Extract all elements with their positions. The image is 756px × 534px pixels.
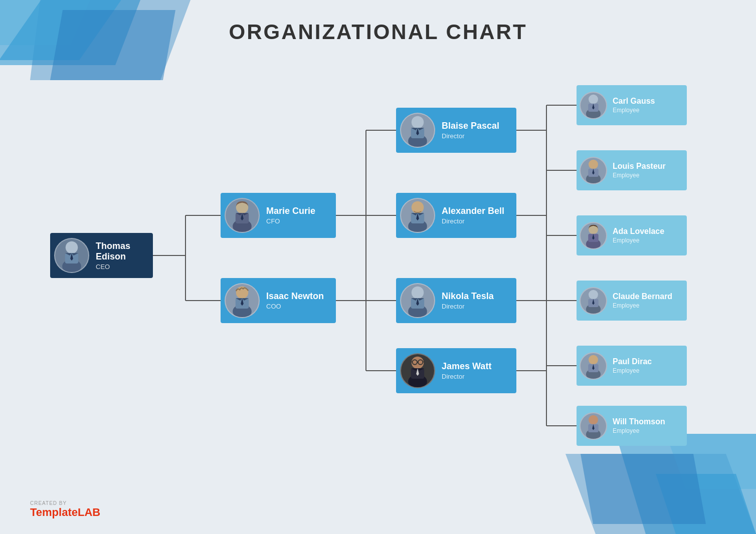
watermark-brand: TemplateLAB: [30, 506, 100, 519]
svg-point-52: [412, 201, 424, 214]
vp-newton-role: COO: [266, 303, 324, 310]
director-pascal-node: Blaise Pascal Director: [396, 108, 516, 153]
vp-newton-avatar-icon: [226, 284, 259, 317]
director-watt-name: James Watt: [442, 361, 491, 372]
employee-bernard-name: Claude Bernard: [613, 292, 672, 301]
employee-thomson-node: Will Thomson Employee: [577, 406, 687, 446]
employee-thomson-avatar-icon: [581, 413, 606, 439]
employee-thomson-role: Employee: [613, 427, 665, 434]
director-bell-role: Director: [442, 217, 504, 225]
employee-gauss-role: Employee: [613, 107, 655, 114]
director-watt-avatar-icon: [401, 354, 434, 387]
employee-pasteur-node: Louis Pasteur Employee: [577, 150, 687, 190]
org-chart: Thomas Edison CEO Marie Curie: [25, 60, 741, 484]
employee-lovelace-node: Ada Lovelace Employee: [577, 215, 687, 255]
director-watt-role: Director: [442, 373, 491, 380]
vp-newton-node: Isaac Newton COO: [221, 278, 336, 323]
employee-gauss-node: Carl Gauss Employee: [577, 85, 687, 125]
director-bell-name: Alexander Bell: [442, 206, 504, 216]
director-bell-node: Alexander Bell Director: [396, 193, 516, 238]
director-tesla-role: Director: [442, 303, 494, 310]
watermark-brand-part2: LAB: [78, 506, 100, 518]
director-bell-avatar-icon: [401, 199, 434, 232]
employee-dirac-avatar-icon: [581, 353, 606, 379]
svg-point-75: [589, 94, 598, 104]
ceo-avatar-icon: [55, 239, 88, 272]
svg-point-95: [589, 415, 598, 424]
employee-bernard-node: Claude Bernard Employee: [577, 281, 687, 321]
employee-dirac-role: Employee: [613, 367, 652, 374]
vp-newton-name: Isaac Newton: [266, 291, 324, 302]
svg-point-91: [589, 355, 598, 364]
watermark: CREATED BY TemplateLAB: [30, 500, 100, 519]
director-tesla-name: Nikola Tesla: [442, 291, 494, 302]
svg-point-79: [589, 159, 598, 169]
employee-pasteur-role: Employee: [613, 172, 666, 179]
vp-curie-avatar-icon: [226, 199, 259, 232]
employee-lovelace-role: Employee: [613, 237, 664, 244]
employee-bernard-role: Employee: [613, 302, 672, 309]
employee-lovelace-avatar-icon: [581, 223, 606, 248]
employee-pasteur-avatar-icon: [581, 158, 606, 183]
employee-gauss-avatar-icon: [581, 93, 606, 118]
employee-thomson-name: Will Thomson: [613, 417, 665, 426]
ceo-role: CEO: [96, 263, 145, 271]
director-watt-node: James Watt Director: [396, 348, 516, 393]
ceo-name: Thomas Edison: [96, 241, 145, 262]
employee-lovelace-name: Ada Lovelace: [613, 227, 664, 236]
vp-curie-node: Marie Curie CFO: [221, 193, 336, 238]
svg-point-87: [589, 290, 598, 299]
employee-dirac-name: Paul Dirac: [613, 357, 652, 366]
employee-gauss-name: Carl Gauss: [613, 97, 655, 106]
director-pascal-name: Blaise Pascal: [442, 121, 499, 131]
vp-curie-name: Marie Curie: [266, 206, 315, 216]
employee-pasteur-name: Louis Pasteur: [613, 162, 666, 171]
director-tesla-node: Nikola Tesla Director: [396, 278, 516, 323]
director-pascal-avatar-icon: [401, 114, 434, 147]
ceo-node: Thomas Edison CEO: [50, 233, 153, 278]
watermark-created-by: CREATED BY: [30, 500, 100, 506]
svg-point-58: [412, 287, 424, 299]
svg-marker-0: [0, 0, 140, 65]
svg-point-46: [412, 116, 424, 129]
vp-curie-role: CFO: [266, 217, 315, 225]
page-title: ORGANIZATIONAL CHART: [229, 20, 527, 44]
director-tesla-avatar-icon: [401, 284, 434, 317]
svg-point-28: [66, 241, 78, 254]
employee-bernard-avatar-icon: [581, 288, 606, 314]
svg-marker-2: [0, 0, 90, 45]
svg-point-64: [412, 357, 424, 369]
director-pascal-role: Director: [442, 132, 499, 140]
employee-dirac-node: Paul Dirac Employee: [577, 346, 687, 386]
watermark-brand-part1: Template: [30, 506, 78, 518]
